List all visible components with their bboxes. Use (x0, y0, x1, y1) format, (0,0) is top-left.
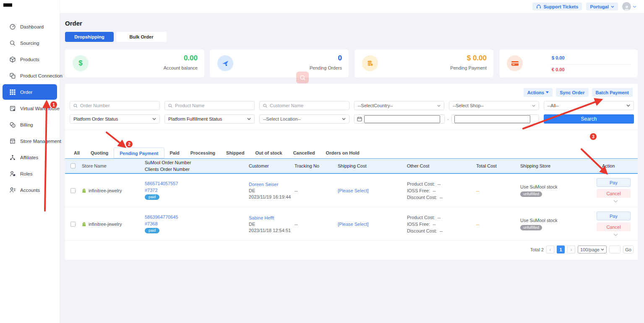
shop-select-value: --Select Shop-- (453, 103, 484, 108)
header-customer: Customer (249, 163, 295, 168)
sourcing-icon (9, 40, 16, 47)
platform-fulfillment-status-select[interactable]: Platform Fulfillment Status (164, 114, 255, 124)
status-tab-orders-on-hold[interactable]: Orders on Hold (321, 147, 365, 158)
all-select[interactable]: --All-- (544, 101, 634, 110)
header-store-name: Store Name (82, 163, 145, 168)
sumool-order-number-link[interactable]: 5865714057557 (145, 181, 178, 186)
table-row: infinitree-jewelry 5865714057557 #7372 p… (65, 174, 638, 207)
product-name-field[interactable] (164, 101, 255, 110)
cancel-button[interactable]: Cancel (597, 222, 631, 231)
unfulfilled-badge: unfulfilled (520, 225, 542, 230)
tab-bulk-order[interactable]: Bulk Order (116, 32, 167, 42)
order-number-input[interactable] (80, 103, 156, 108)
location-select[interactable]: --Select Location-- (259, 114, 349, 124)
client-order-number-link[interactable]: #7368 (145, 221, 158, 226)
date-to-input[interactable] (454, 115, 530, 123)
sidebar-item-virtual-warehouse[interactable]: Virtual Warehouse (0, 100, 60, 116)
support-tickets-button[interactable]: Support Tickets (532, 3, 582, 10)
header-shipping-cost: Shipping Cost (338, 163, 407, 168)
per-page-select[interactable]: 100/page (578, 245, 607, 253)
status-tab-all[interactable]: All (68, 147, 85, 158)
wallet-divider (550, 64, 631, 65)
pay-button[interactable]: Pay (597, 178, 631, 187)
next-page-button[interactable]: › (567, 245, 575, 253)
floating-search-widget[interactable] (296, 72, 309, 83)
cancel-button[interactable]: Cancel (597, 189, 631, 198)
platform-order-status-select[interactable]: Platform Order Status (70, 114, 160, 124)
sidebar-item-order[interactable]: Order (3, 84, 57, 100)
headset-icon (536, 4, 541, 9)
sidebar-item-dashboard[interactable]: Dashboard (0, 18, 60, 35)
sidebar-nav: Dashboard Sourcing Products Product Conn… (0, 18, 60, 198)
language-selector[interactable]: Portugal (586, 3, 618, 10)
header-shipping-store: Shipping Store (520, 163, 596, 168)
status-tab-paid[interactable]: Paid (164, 147, 185, 158)
pay-button[interactable]: Pay (597, 212, 631, 220)
customer-name-field[interactable] (259, 101, 349, 110)
customer-name-link[interactable]: Sabine Hefft (249, 215, 295, 220)
dollar-icon: $ (73, 55, 89, 71)
chevron-down-icon (626, 104, 630, 107)
country-select[interactable]: --SelectCountry-- (354, 101, 444, 110)
paper-plane-icon (217, 55, 233, 71)
status-tab-shipped[interactable]: Shipped (221, 147, 250, 158)
sync-order-button[interactable]: Sync Order (556, 88, 588, 97)
row-checkbox[interactable] (70, 188, 76, 193)
sidebar-item-products[interactable]: Products (0, 51, 60, 67)
date-from-input[interactable] (364, 115, 440, 123)
status-tab-processing[interactable]: Processing (185, 147, 221, 158)
client-order-number-link[interactable]: #7372 (145, 188, 158, 193)
chevron-down-icon (532, 105, 535, 107)
chevron-down-icon (633, 5, 636, 8)
order-number-field[interactable] (70, 101, 160, 110)
expand-row-chevron-icon[interactable] (613, 200, 618, 203)
batch-payment-button[interactable]: Batch Payment (592, 88, 633, 97)
sidebar-item-store-management[interactable]: Store Management (0, 133, 60, 149)
current-page-button[interactable]: 1 (557, 245, 565, 253)
wallet-usd-value: $ 0.00 (552, 55, 565, 60)
prev-page-button[interactable]: ‹ (546, 245, 554, 253)
sidebar-item-affiliates[interactable]: Affiliates (0, 149, 60, 165)
user-icon (623, 5, 630, 11)
tab-dropshipping[interactable]: Dropshipping (65, 32, 114, 42)
row-checkbox[interactable] (70, 222, 76, 227)
order-datetime: 2023/11/18 12:54:51 (249, 228, 295, 233)
header-total-cost: Total Cost (476, 163, 520, 168)
pending-payment-value: $ 0.00 (467, 54, 487, 62)
product-name-input[interactable] (175, 103, 251, 108)
expand-row-chevron-icon[interactable] (613, 233, 618, 236)
sidebar-item-sourcing[interactable]: Sourcing (0, 35, 60, 51)
date-from-field[interactable] (354, 114, 445, 124)
customer-name-input[interactable] (270, 103, 346, 108)
customer-country: DE (249, 222, 295, 227)
sidebar-item-label: Billing (20, 122, 33, 127)
header-tracking-no: Tracking No (295, 163, 338, 168)
sidebar-item-billing[interactable]: Billing (0, 116, 60, 133)
shipping-cost-select-link[interactable]: [Please Select] (338, 222, 368, 227)
products-cube-icon (9, 56, 16, 63)
status-tab-cancelled[interactable]: Cancelled (288, 147, 321, 158)
page-jump-input[interactable] (609, 245, 621, 253)
table-row: infinitree-jewelry 5863964770645 #7368 p… (65, 207, 638, 241)
date-to-field[interactable] (451, 114, 539, 124)
customer-name-link[interactable]: Doreen Seiser (249, 182, 295, 187)
sidebar-item-label: Sourcing (20, 41, 39, 46)
platform-order-status-value: Platform Order Status (73, 116, 118, 121)
sumool-order-number-link[interactable]: 5863964770645 (145, 214, 178, 220)
sidebar-item-product-connection[interactable]: Product Connection (0, 67, 60, 84)
status-tab-out-of-stock[interactable]: Out of stock (250, 147, 287, 158)
user-menu[interactable] (622, 2, 636, 11)
go-button[interactable]: Go (623, 245, 634, 253)
search-button[interactable]: Search (544, 114, 634, 124)
sidebar-item-accounts[interactable]: Accounts (0, 182, 60, 198)
shipping-cost-select-link[interactable]: [Please Select] (338, 188, 368, 193)
search-icon (168, 103, 172, 108)
status-tab-quoting[interactable]: Quoting (85, 147, 114, 158)
language-label: Portugal (590, 4, 609, 9)
sidebar-item-roles[interactable]: Roles (0, 165, 60, 182)
select-all-checkbox[interactable] (70, 163, 76, 168)
shop-select[interactable]: --Select Shop-- (449, 101, 539, 110)
virtual-warehouse-icon (9, 105, 16, 112)
actions-button[interactable]: Actions (524, 88, 553, 97)
status-tab-pending-payment[interactable]: Pending Payment (114, 147, 164, 158)
